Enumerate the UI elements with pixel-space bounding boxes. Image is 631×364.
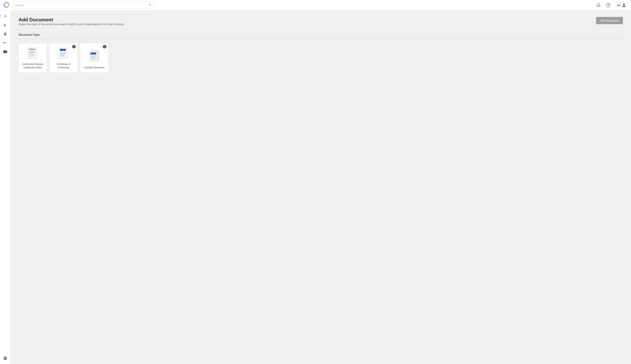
help-button[interactable] bbox=[605, 2, 611, 8]
svg-rect-8 bbox=[29, 52, 35, 53]
sidebar-item-add[interactable] bbox=[1, 12, 9, 20]
user-chip[interactable]: BA bbox=[615, 2, 628, 8]
main-layout: Add Document Select the type of document… bbox=[0, 10, 631, 364]
doc-card-coc[interactable]: i Certificate ofConformity bbox=[49, 43, 78, 73]
section-title: Document Type bbox=[19, 33, 623, 36]
folder-icon bbox=[3, 50, 8, 54]
sidebar bbox=[0, 10, 11, 364]
sidebar-item-connector[interactable] bbox=[1, 39, 9, 47]
transfer-info-badge[interactable]: i bbox=[103, 45, 106, 48]
doc-card-coc-icon-area bbox=[57, 43, 70, 62]
svg-rect-11 bbox=[29, 56, 33, 56]
svg-rect-15 bbox=[60, 53, 66, 54]
flight-icon bbox=[3, 32, 8, 36]
notifications-button[interactable] bbox=[595, 2, 602, 8]
account-icon bbox=[622, 3, 626, 7]
sidebar-item-settings[interactable] bbox=[1, 354, 9, 362]
doc-card-arc-label: Authorized ReleaseCertificate (ARC) bbox=[21, 62, 45, 70]
transfer-document-icon bbox=[88, 49, 101, 64]
arc-document-icon bbox=[26, 47, 39, 62]
plus-icon bbox=[3, 14, 8, 18]
doc-card-arc[interactable]: Authorized ReleaseCertificate (ARC) bbox=[19, 43, 47, 73]
svg-rect-7 bbox=[29, 51, 36, 52]
sidebar-item-flight[interactable] bbox=[1, 30, 9, 38]
svg-rect-17 bbox=[60, 56, 66, 56]
coc-info-badge[interactable]: i bbox=[72, 45, 76, 48]
doc-card-coc-label: Certificate ofConformity bbox=[55, 62, 72, 70]
user-initials: BA bbox=[617, 4, 621, 7]
svg-rect-22 bbox=[91, 57, 95, 57]
header-right: BA bbox=[595, 2, 628, 8]
add-document-button[interactable]: Add Document bbox=[596, 17, 623, 24]
doc-card-transfer[interactable]: i Transfe bbox=[80, 43, 108, 73]
svg-rect-24 bbox=[91, 59, 95, 60]
search-input[interactable] bbox=[12, 2, 154, 9]
svg-rect-13 bbox=[60, 49, 66, 51]
bar-chart-icon bbox=[3, 23, 8, 27]
svg-rect-20 bbox=[91, 52, 96, 54]
page-header: Add Document Select the type of document… bbox=[19, 17, 623, 32]
connector-icon bbox=[3, 40, 8, 45]
page-title-block: Add Document Select the type of document… bbox=[19, 17, 124, 32]
search-bar bbox=[12, 2, 154, 9]
sidebar-item-analytics[interactable] bbox=[1, 21, 9, 29]
svg-rect-16 bbox=[60, 54, 65, 55]
app-logo bbox=[3, 2, 10, 9]
settings-icon bbox=[3, 356, 8, 360]
coc-document-icon bbox=[57, 47, 70, 62]
sidebar-item-folder[interactable] bbox=[1, 48, 9, 56]
svg-rect-10 bbox=[29, 55, 35, 55]
svg-rect-14 bbox=[60, 52, 66, 53]
svg-rect-9 bbox=[29, 54, 34, 54]
search-icon bbox=[149, 4, 151, 7]
doc-card-transfer-icon-area bbox=[88, 43, 101, 66]
page-subtitle: Select the type of document you want to … bbox=[19, 22, 124, 26]
doc-card-arc-icon-area bbox=[26, 43, 39, 62]
document-type-cards: Authorized ReleaseCertificate (ARC) i bbox=[19, 43, 623, 73]
page-title: Add Document bbox=[19, 17, 124, 22]
doc-card-transfer-label: Transfer Document bbox=[82, 66, 106, 70]
svg-line-2 bbox=[151, 6, 151, 6]
svg-rect-21 bbox=[91, 56, 96, 56]
top-header: BA bbox=[0, 0, 631, 10]
content-area: Add Document Select the type of document… bbox=[11, 10, 631, 364]
svg-rect-23 bbox=[91, 58, 96, 58]
svg-rect-6 bbox=[29, 49, 35, 50]
section-divider bbox=[19, 39, 623, 39]
svg-point-1 bbox=[149, 4, 151, 6]
